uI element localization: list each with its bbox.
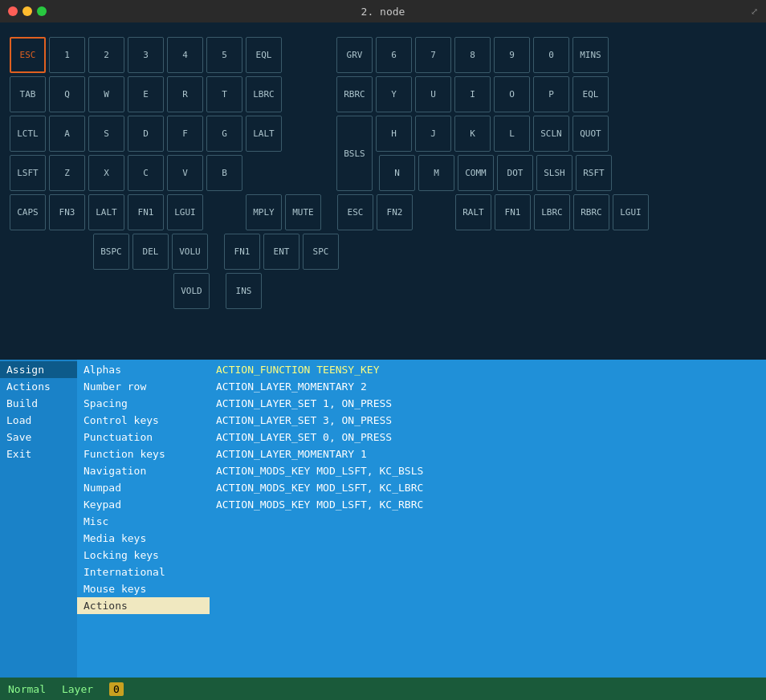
key-I[interactable]: I: [454, 76, 491, 112]
menu-actions[interactable]: Actions: [0, 378, 77, 395]
key-M[interactable]: M: [418, 155, 454, 191]
minimize-button[interactable]: [22, 6, 32, 16]
key-B[interactable]: B: [206, 155, 242, 191]
key-U[interactable]: U: [415, 76, 451, 112]
key-LBRC-left[interactable]: LBRC: [246, 76, 282, 112]
key-RBRC-left[interactable]: RBRC: [573, 194, 609, 230]
key-D[interactable]: D: [128, 116, 164, 152]
key-RBRC-right[interactable]: RBRC: [336, 76, 373, 112]
key-H[interactable]: H: [376, 116, 412, 152]
action-item-1[interactable]: ACTION_LAYER_MOMENTARY 2: [210, 378, 766, 395]
mid-keypad[interactable]: Keypad: [77, 496, 210, 513]
mid-mouse-keys[interactable]: Mouse keys: [77, 580, 210, 597]
key-LALT-mid[interactable]: LALT: [246, 116, 282, 152]
key-0[interactable]: 0: [533, 37, 569, 73]
action-item-3[interactable]: ACTION_LAYER_SET 3, ON_PRESS: [210, 412, 766, 429]
key-Y[interactable]: Y: [376, 76, 412, 112]
key-MUTE[interactable]: MUTE: [285, 194, 321, 230]
key-G[interactable]: G: [206, 116, 242, 152]
key-CAPS[interactable]: CAPS: [10, 194, 46, 230]
key-J[interactable]: J: [415, 116, 451, 152]
key-ESC-right[interactable]: ESC: [337, 194, 373, 230]
close-button[interactable]: [8, 6, 18, 16]
key-3[interactable]: 3: [128, 37, 164, 73]
key-N[interactable]: N: [379, 155, 415, 191]
action-item-5[interactable]: ACTION_LAYER_MOMENTARY 1: [210, 446, 766, 462]
mid-locking-keys[interactable]: Locking keys: [77, 547, 210, 564]
key-EQL-left[interactable]: EQL: [246, 37, 282, 73]
key-ESC[interactable]: ESC: [10, 37, 46, 73]
mid-actions[interactable]: Actions: [77, 597, 210, 614]
key-MPLY[interactable]: MPLY: [246, 194, 282, 230]
key-MINS[interactable]: MINS: [572, 37, 609, 73]
key-L[interactable]: L: [494, 116, 530, 152]
mid-navigation[interactable]: Navigation: [77, 462, 210, 479]
action-item-7[interactable]: ACTION_MODS_KEY MOD_LSFT, KC_LBRC: [210, 479, 766, 496]
mid-misc[interactable]: Misc: [77, 513, 210, 530]
key-V[interactable]: V: [167, 155, 203, 191]
key-9[interactable]: 9: [494, 37, 530, 73]
key-QUOT[interactable]: QUOT: [572, 116, 609, 152]
key-5[interactable]: 5: [206, 37, 242, 73]
mid-alphas[interactable]: Alphas: [77, 361, 210, 378]
key-RALT[interactable]: RALT: [455, 194, 491, 230]
menu-exit[interactable]: Exit: [0, 446, 77, 462]
mid-control-keys[interactable]: Control keys: [77, 412, 210, 429]
key-7[interactable]: 7: [415, 37, 451, 73]
key-8[interactable]: 8: [454, 37, 491, 73]
key-6[interactable]: 6: [376, 37, 412, 73]
mid-number-row[interactable]: Number row: [77, 378, 210, 395]
mid-media-keys[interactable]: Media keys: [77, 530, 210, 547]
key-R[interactable]: R: [167, 76, 203, 112]
key-DEL[interactable]: DEL: [132, 234, 169, 270]
key-E[interactable]: E: [128, 76, 164, 112]
action-item-4[interactable]: ACTION_LAYER_SET 0, ON_PRESS: [210, 429, 766, 446]
action-item-2[interactable]: ACTION_LAYER_SET 1, ON_PRESS: [210, 395, 766, 412]
key-C[interactable]: C: [128, 155, 164, 191]
key-VOLD[interactable]: VOLD: [173, 273, 210, 309]
key-FN2[interactable]: FN2: [377, 194, 413, 230]
maximize-icon[interactable]: ⤢: [751, 6, 758, 17]
key-VOLU[interactable]: VOLU: [172, 234, 208, 270]
key-X[interactable]: X: [88, 155, 124, 191]
key-P[interactable]: P: [533, 76, 569, 112]
key-SCLN[interactable]: SCLN: [533, 116, 569, 152]
key-S[interactable]: S: [88, 116, 124, 152]
mid-function-keys[interactable]: Function keys: [77, 446, 210, 462]
key-LGUI-left[interactable]: LGUI: [167, 194, 203, 230]
key-TAB[interactable]: TAB: [10, 76, 46, 112]
key-4[interactable]: 4: [167, 37, 203, 73]
mid-numpad[interactable]: Numpad: [77, 479, 210, 496]
key-A[interactable]: A: [49, 116, 85, 152]
menu-load[interactable]: Load: [0, 412, 77, 429]
key-RSFT[interactable]: RSFT: [576, 155, 612, 191]
key-Z[interactable]: Z: [49, 155, 85, 191]
mid-punctuation[interactable]: Punctuation: [77, 429, 210, 446]
key-DOT[interactable]: DOT: [497, 155, 533, 191]
key-ENT[interactable]: ENT: [263, 234, 299, 270]
key-W[interactable]: W: [88, 76, 124, 112]
key-EQL-right[interactable]: EQL: [572, 76, 609, 112]
key-O[interactable]: O: [494, 76, 530, 112]
action-item-0[interactable]: ACTION_FUNCTION TEENSY_KEY: [210, 361, 766, 378]
key-LSFT[interactable]: LSFT: [10, 155, 46, 191]
maximize-button[interactable]: [37, 6, 47, 16]
menu-assign[interactable]: Assign: [0, 361, 77, 378]
key-LCTL[interactable]: LCTL: [10, 116, 46, 152]
key-LGUI-right[interactable]: LGUI: [613, 194, 649, 230]
menu-build[interactable]: Build: [0, 395, 77, 412]
key-LBRC-right[interactable]: LBRC: [534, 194, 570, 230]
key-COMM[interactable]: COMM: [458, 155, 494, 191]
key-T[interactable]: T: [206, 76, 242, 112]
key-Q[interactable]: Q: [49, 76, 85, 112]
key-FN1-mid[interactable]: FN1: [224, 234, 260, 270]
key-FN1-left[interactable]: FN1: [128, 194, 164, 230]
key-INS[interactable]: INS: [226, 273, 262, 309]
key-F[interactable]: F: [167, 116, 203, 152]
key-1[interactable]: 1: [49, 37, 85, 73]
key-SLSH[interactable]: SLSH: [536, 155, 572, 191]
action-item-6[interactable]: ACTION_MODS_KEY MOD_LSFT, KC_BSLS: [210, 462, 766, 479]
key-2[interactable]: 2: [88, 37, 124, 73]
key-FN1-right[interactable]: FN1: [495, 194, 531, 230]
key-GRV[interactable]: GRV: [336, 37, 373, 73]
